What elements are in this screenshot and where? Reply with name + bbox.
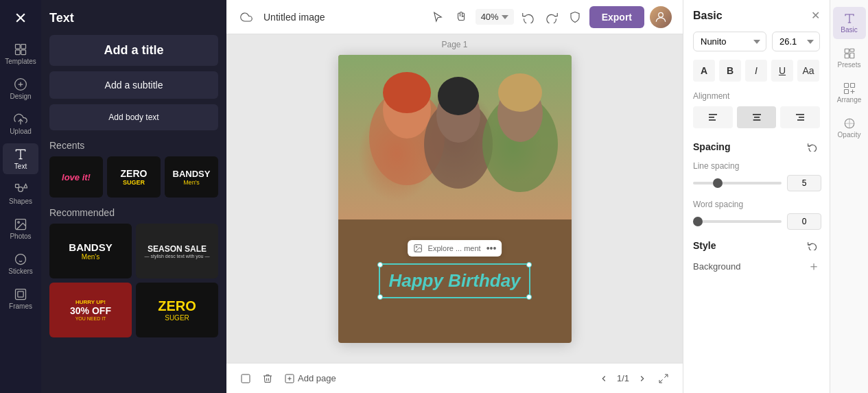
align-right-button[interactable] [780, 106, 820, 128]
tab-basic[interactable]: Basic [833, 7, 866, 39]
font-row: Nunito 26.1 [693, 32, 820, 51]
recommended-item-bandsy-mens[interactable]: BANDSY Men's [49, 224, 132, 278]
templates-label: Templates [5, 58, 36, 65]
line-spacing-value[interactable]: 5 [787, 175, 821, 191]
add-background-button[interactable]: ＋ [808, 260, 820, 272]
frame-icon[interactable] [237, 370, 254, 387]
line-spacing-label: Line spacing [693, 161, 820, 171]
format-underline-button[interactable]: U [771, 60, 793, 82]
text-panel: Text Add a title Add a subtitle Add body… [41, 0, 226, 393]
format-bold-button[interactable]: B [719, 60, 741, 82]
sidebar-item-stickers[interactable]: Stickers [3, 248, 38, 279]
top-bar-actions: 40% Export [429, 6, 672, 28]
recommended-item-zero-big[interactable]: ZERO SUGER [136, 283, 218, 337]
canvas-frame[interactable]: Explore ... ment ••• Happy Birthday [338, 55, 572, 343]
word-spacing-row: Word spacing 0 [693, 200, 820, 230]
sidebar-item-design[interactable]: Design [3, 73, 38, 104]
tab-basic-label: Basic [841, 26, 857, 34]
recent-item-love-it[interactable]: love it! [49, 156, 103, 198]
format-row: A B I U Aa [693, 60, 820, 82]
page-navigation: 1/1 [596, 370, 672, 387]
upload-label: Upload [10, 128, 32, 135]
svg-point-23 [438, 77, 479, 115]
line-spacing-control: 5 [693, 175, 820, 191]
add-title-button[interactable]: Add a title [49, 35, 218, 66]
reset-spacing-button[interactable] [805, 139, 820, 154]
svg-point-22 [383, 72, 431, 113]
svg-line-31 [664, 374, 668, 378]
tab-presets-label: Presets [838, 61, 861, 69]
text-label: Text [14, 163, 27, 170]
align-center-button[interactable] [737, 106, 777, 128]
frames-label: Frames [9, 302, 32, 310]
background-row: Background ＋ [693, 260, 820, 272]
line-spacing-slider[interactable] [693, 182, 782, 184]
sidebar-item-text[interactable]: Text [3, 143, 38, 174]
svg-point-11 [18, 222, 19, 224]
word-spacing-slider[interactable] [693, 220, 782, 223]
tab-opacity[interactable]: Opacity [833, 112, 866, 144]
svg-rect-8 [16, 184, 19, 188]
export-button[interactable]: Export [589, 6, 644, 28]
panel-header: Basic ✕ [693, 10, 820, 22]
canvas-image [338, 55, 572, 219]
recent-item-zero-suger[interactable]: ZERO SUGER [107, 156, 161, 198]
close-panel-button[interactable]: ✕ [811, 10, 820, 21]
birthday-text: Happy Birthday [388, 270, 520, 291]
tab-presets[interactable]: Presets [833, 42, 866, 74]
recommended-item-hurry-up[interactable]: HURRY UP! 30% OFF YOU NEED IT [49, 283, 132, 337]
format-case-button[interactable]: Aa [797, 60, 819, 82]
reset-style-button[interactable] [805, 238, 820, 253]
handle-tr[interactable] [526, 262, 532, 267]
svg-rect-3 [21, 45, 26, 49]
people-svg [338, 55, 572, 219]
svg-rect-5 [21, 50, 26, 55]
redo-button[interactable] [543, 8, 561, 26]
handle-tl[interactable] [377, 262, 383, 267]
format-color-button[interactable]: A [693, 60, 715, 82]
birthday-text-box[interactable]: Explore ... ment ••• Happy Birthday [379, 263, 530, 298]
shield-icon[interactable] [566, 8, 584, 26]
zoom-control[interactable]: 40% [476, 9, 514, 25]
svg-marker-9 [24, 184, 27, 188]
select-tool-icon[interactable] [429, 8, 447, 26]
logo-button[interactable] [3, 7, 38, 29]
sidebar-item-photos[interactable]: Photos [3, 213, 38, 244]
design-label: Design [10, 93, 31, 100]
sidebar-item-shapes[interactable]: Shapes [3, 178, 38, 209]
sidebar-item-frames[interactable]: Frames [3, 283, 38, 314]
delete-icon[interactable] [259, 370, 276, 387]
handle-bl[interactable] [377, 294, 383, 300]
svg-rect-13 [16, 289, 26, 300]
hand-tool-icon[interactable] [452, 8, 470, 26]
sidebar-item-templates[interactable]: Templates [3, 38, 38, 69]
tab-arrange[interactable]: Arrange [833, 77, 866, 109]
undo-button[interactable] [519, 8, 537, 26]
more-icon[interactable]: ••• [486, 243, 497, 254]
font-family-select[interactable]: Nunito [693, 32, 766, 51]
user-avatar[interactable] [650, 6, 672, 28]
expand-icon[interactable] [655, 370, 672, 387]
word-spacing-control: 0 [693, 213, 820, 230]
format-italic-button[interactable]: I [745, 60, 767, 82]
add-subtitle-button[interactable]: Add a subtitle [49, 71, 218, 99]
recommended-item-season-sale[interactable]: SEASON SALE — stylish desc text with you… [136, 224, 218, 278]
svg-rect-46 [844, 84, 848, 88]
add-page-button[interactable]: Add page [281, 370, 339, 387]
svg-rect-45 [849, 53, 854, 58]
handle-br[interactable] [526, 294, 532, 300]
font-size-select[interactable]: 26.1 [772, 32, 820, 51]
add-body-button[interactable]: Add body text [49, 104, 218, 130]
align-left-button[interactable] [693, 106, 733, 128]
svg-point-12 [16, 254, 26, 265]
style-title: Style [693, 240, 716, 251]
cloud-save-icon[interactable] [237, 8, 255, 26]
zoom-value: 40% [481, 12, 499, 22]
sidebar-item-upload[interactable]: Upload [3, 108, 38, 139]
recent-item-bandsy[interactable]: BANDSY Men's [165, 156, 218, 198]
word-spacing-value[interactable]: 0 [787, 213, 821, 230]
canvas-wrapper: Page 1 [226, 34, 683, 363]
style-header: Style [693, 238, 820, 253]
prev-page-button[interactable] [596, 371, 611, 386]
next-page-button[interactable] [635, 371, 650, 386]
